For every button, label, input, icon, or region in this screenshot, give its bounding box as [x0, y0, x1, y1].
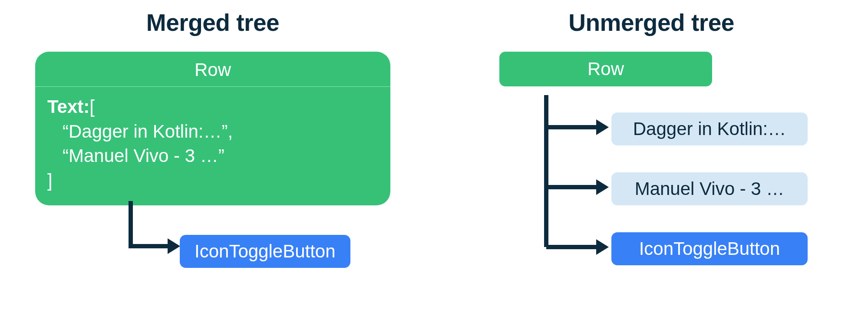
svg-marker-1 — [596, 119, 609, 135]
merged-child-connector: IconToggleButton — [35, 205, 390, 279]
merged-heading: Merged tree — [146, 9, 279, 36]
merged-close-bracket: ] — [47, 170, 53, 191]
svg-marker-0 — [168, 238, 180, 254]
merged-row-node: Row Text:[ “Dagger in Kotlin:…”, “Manuel… — [35, 52, 390, 205]
diagram-container: Merged tree Row Text:[ “Dagger in Kotlin… — [0, 0, 868, 333]
svg-marker-2 — [596, 179, 609, 195]
merged-child-node: IconToggleButton — [180, 235, 350, 268]
unmerged-tree-section: Unmerged tree Row Dagger in Kotlin:… Man… — [456, 9, 847, 324]
merged-item-2: “Manuel Vivo - 3 …” — [63, 145, 224, 166]
merged-text-body: Text:[ “Dagger in Kotlin:…”, “Manuel Viv… — [35, 87, 390, 205]
arrow-down-right-icon — [126, 201, 183, 270]
unmerged-heading: Unmerged tree — [568, 9, 734, 36]
merged-tree-section: Merged tree Row Text:[ “Dagger in Kotlin… — [17, 9, 408, 324]
unmerged-child-3: IconToggleButton — [611, 232, 808, 265]
unmerged-row-node: Row — [499, 52, 712, 86]
merged-item-1: “Dagger in Kotlin:…”, — [63, 121, 233, 142]
unmerged-child-2: Manuel Vivo - 3 … — [611, 172, 808, 205]
svg-marker-3 — [596, 239, 609, 255]
merged-open-bracket: [ — [89, 96, 95, 117]
unmerged-child-1: Dagger in Kotlin:… — [611, 112, 808, 145]
merged-text-label: Text: — [47, 96, 89, 117]
unmerged-tree-wrap: Row Dagger in Kotlin:… Manuel Vivo - 3 …… — [491, 52, 812, 290]
unmerged-children-group: Dagger in Kotlin:… Manuel Vivo - 3 … Ico… — [491, 99, 812, 290]
tree-connector-icon — [542, 95, 616, 269]
merged-row-label: Row — [35, 52, 390, 87]
